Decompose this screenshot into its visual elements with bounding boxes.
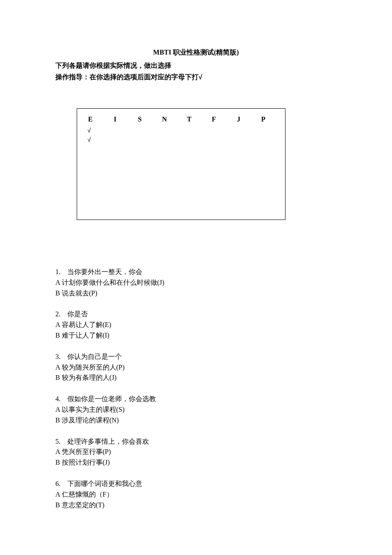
header-f: F — [210, 114, 218, 125]
check-mark-icon: √ — [199, 73, 202, 81]
q-text: 假如你是一位老师，你会选教 — [67, 395, 156, 402]
header-s: S — [136, 114, 144, 125]
q-text: 你认为自己是一个 — [67, 353, 122, 360]
instructions-block: 下列各题请你根据实际情况，做出选择 操作指导：在你选择的选项后面对应的字母下打√ — [55, 60, 337, 83]
question-1: 1. 当你要外出一整天，你会 A 计划你要做什么和在什么时候做(J) B 说去就… — [55, 267, 337, 298]
header-i: I — [111, 114, 119, 125]
option-a[interactable]: A 凭兴所至行事(P) — [55, 447, 337, 457]
instruction-line-1: 下列各题请你根据实际情况，做出选择 — [55, 60, 337, 71]
header-n: N — [161, 114, 168, 125]
score-table-container: E I S N T F J P √ √ — [55, 108, 337, 220]
q-num: 4. — [55, 395, 61, 402]
option-b[interactable]: B 难于让人了解(I) — [55, 330, 337, 341]
q-num: 1. — [55, 268, 61, 275]
q-text: 你是否 — [67, 310, 88, 318]
option-a[interactable]: A 容易让人了解(E) — [55, 320, 337, 330]
header-j: J — [235, 114, 242, 125]
q-text: 下面哪个词语更和我心意 — [67, 480, 142, 487]
option-b[interactable]: B 涉及理论的课程(N) — [55, 415, 337, 426]
option-a[interactable]: A 以事实为主的课程(S) — [55, 405, 337, 415]
q-text: 处理许多事情上，你会喜欢 — [67, 438, 149, 445]
questions-list: 1. 当你要外出一整天，你会 A 计划你要做什么和在什么时候做(J) B 说去就… — [55, 267, 337, 510]
header-p: P — [259, 114, 267, 125]
question-3: 3. 你认为自己是一个 A 较为随兴所至的人(P) B 较为有条理的人(J) — [55, 352, 337, 383]
score-table: E I S N T F J P √ √ — [77, 108, 285, 220]
option-b[interactable]: B 较为有条理的人(J) — [55, 373, 337, 383]
q-num: 2. — [55, 310, 61, 318]
question-5: 5. 处理许多事情上，你会喜欢 A 凭兴所至行事(P) B 按照计划行事(J) — [55, 436, 337, 468]
instruction-prefix: 操作指导：在你选择的选项后面对应的字母下打 — [55, 73, 199, 81]
header-t: T — [185, 114, 193, 125]
option-a[interactable]: A 较为随兴所至的人(P) — [55, 362, 337, 373]
question-4: 4. 假如你是一位老师，你会选教 A 以事实为主的课程(S) B 涉及理论的课程… — [55, 394, 337, 425]
q-text: 当你要外出一整天，你会 — [67, 268, 142, 275]
q-num: 6. — [55, 480, 61, 487]
question-2: 2. 你是否 A 容易让人了解(E) B 难于让人了解(I) — [55, 309, 337, 341]
instruction-line-2: 操作指导：在你选择的选项后面对应的字母下打√ — [55, 71, 337, 83]
score-header-row: E I S N T F J P — [86, 114, 276, 125]
page-title: MBTI 职业性格测试(精简版) — [55, 47, 337, 58]
q-num: 3. — [55, 353, 61, 360]
option-b[interactable]: B 意志坚定的(T) — [55, 500, 337, 511]
option-a[interactable]: A 仁慈慷慨的（F） — [55, 489, 337, 500]
header-e: E — [86, 114, 94, 125]
option-b[interactable]: B 说去就去(P) — [55, 288, 337, 299]
option-b[interactable]: B 按照计划行事(J) — [55, 457, 337, 468]
option-a[interactable]: A 计划你要做什么和在什么时候做(J) — [55, 278, 337, 288]
q-num: 5. — [55, 438, 61, 445]
question-6: 6. 下面哪个词语更和我心意 A 仁慈慷慨的（F） B 意志坚定的(T) — [55, 479, 337, 510]
check-row-1: √ — [86, 126, 276, 136]
check-row-2: √ — [86, 135, 276, 145]
